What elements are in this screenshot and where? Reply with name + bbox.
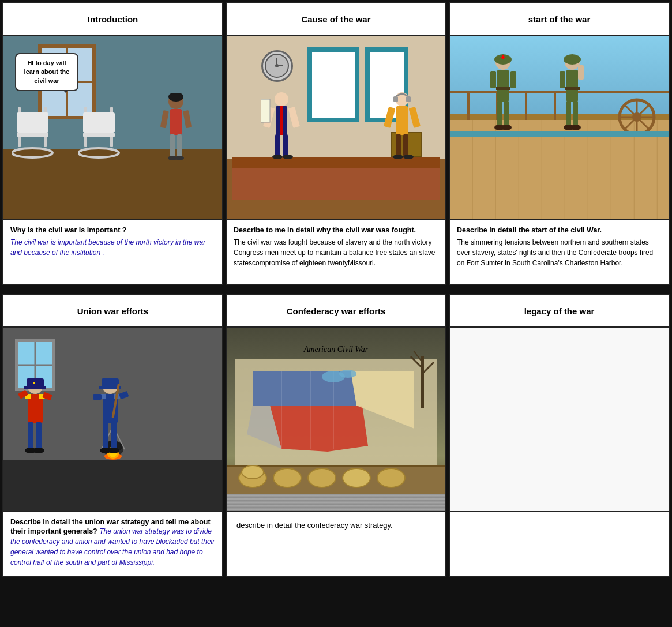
cell-start: start of the war xyxy=(449,2,670,285)
scene-confederacy: American Civil War xyxy=(227,328,445,512)
header-start: start of the war xyxy=(450,3,669,36)
svg-point-100 xyxy=(108,448,119,453)
svg-rect-25 xyxy=(280,106,283,135)
svg-rect-8 xyxy=(83,112,115,133)
svg-rect-36 xyxy=(403,134,408,156)
svg-rect-27 xyxy=(283,134,288,156)
svg-rect-54 xyxy=(496,87,510,90)
cell-cause: Cause of the war xyxy=(226,2,446,285)
svg-rect-90 xyxy=(42,392,52,400)
text-cause: Describe to me in detail why the civil w… xyxy=(227,220,445,284)
svg-point-17 xyxy=(175,156,184,160)
person-suit xyxy=(261,91,302,171)
frame-left xyxy=(307,47,359,122)
svg-point-40 xyxy=(403,155,414,159)
clock-icon xyxy=(261,50,293,82)
svg-rect-60 xyxy=(510,71,516,88)
svg-rect-86 xyxy=(36,422,42,450)
scene-legacy xyxy=(450,328,669,512)
union-soldier-2 xyxy=(90,378,130,467)
svg-rect-26 xyxy=(275,134,280,156)
svg-rect-81 xyxy=(33,382,35,384)
scene-introduction: HI to day will learn about the civil war xyxy=(3,36,222,220)
svg-rect-55 xyxy=(497,101,502,127)
svg-point-4 xyxy=(12,148,52,157)
us-map xyxy=(235,359,437,475)
svg-rect-97 xyxy=(103,422,108,450)
rocking-chair-right xyxy=(78,101,130,164)
svg-rect-63 xyxy=(566,70,578,102)
svg-rect-85 xyxy=(28,422,33,450)
scene-union xyxy=(3,328,222,512)
header-cause: Cause of the war xyxy=(227,3,445,36)
cell-introduction: Introduction HI to day will learn about … xyxy=(2,2,223,285)
union-soldier-1 xyxy=(15,378,55,467)
svg-rect-41 xyxy=(393,96,398,102)
speech-bubble: HI to day will learn about the civil war xyxy=(15,53,78,91)
main-grid: Introduction HI to day will learn about … xyxy=(0,0,672,580)
header-union: Union war efforts xyxy=(3,295,222,328)
svg-point-9 xyxy=(78,148,119,157)
svg-rect-98 xyxy=(111,422,117,450)
desk-front xyxy=(232,168,440,200)
svg-point-112 xyxy=(339,370,356,378)
cell-legacy: legacy of the war xyxy=(449,294,670,577)
svg-point-88 xyxy=(33,448,44,453)
svg-rect-2 xyxy=(17,133,48,137)
svg-rect-56 xyxy=(504,101,509,127)
cell-union: Union war efforts xyxy=(2,294,223,577)
text-start: Describe in detail the start of the civi… xyxy=(450,220,669,284)
svg-rect-12 xyxy=(170,134,175,157)
svg-rect-113 xyxy=(421,356,424,408)
svg-rect-11 xyxy=(170,109,182,135)
cell-confederacy: Confederacy war efforts American Civil W… xyxy=(226,294,446,577)
text-legacy xyxy=(450,512,669,576)
svg-rect-15 xyxy=(183,110,192,128)
header-legacy: legacy of the war xyxy=(450,295,669,328)
person-intro xyxy=(159,93,193,168)
svg-rect-70 xyxy=(578,65,584,80)
svg-rect-103 xyxy=(119,391,129,400)
svg-rect-32 xyxy=(261,99,270,122)
svg-rect-53 xyxy=(497,70,509,102)
svg-point-68 xyxy=(570,125,581,130)
text-union: Describe in detail the union war strateg… xyxy=(3,512,222,576)
person-yellow xyxy=(382,91,422,171)
scene-cause xyxy=(227,36,445,220)
svg-point-62 xyxy=(564,54,581,65)
svg-rect-37 xyxy=(384,107,396,128)
svg-rect-52 xyxy=(502,55,504,59)
svg-rect-59 xyxy=(490,71,496,88)
header-confederacy: Confederacy war efforts xyxy=(227,295,445,328)
soldier-1 xyxy=(485,54,522,140)
dead-tree xyxy=(408,339,437,408)
svg-rect-80 xyxy=(24,386,46,389)
scene-start xyxy=(450,36,669,220)
row-divider xyxy=(2,287,670,292)
svg-point-23 xyxy=(275,92,288,106)
svg-rect-14 xyxy=(160,110,169,128)
rocking-chair-left xyxy=(12,101,64,164)
svg-rect-66 xyxy=(573,101,578,127)
svg-rect-34 xyxy=(396,106,408,135)
svg-rect-64 xyxy=(565,87,580,90)
svg-rect-29 xyxy=(288,107,300,128)
text-introduction: Why is the civil war is important ? The … xyxy=(3,220,222,284)
svg-point-39 xyxy=(393,155,403,159)
svg-rect-65 xyxy=(566,101,571,127)
soldier-2 xyxy=(554,54,591,140)
text-confederacy: describe in detail the confederacy war s… xyxy=(227,512,445,576)
svg-point-31 xyxy=(283,155,293,159)
svg-rect-42 xyxy=(406,96,411,102)
svg-rect-38 xyxy=(408,107,421,128)
svg-rect-35 xyxy=(396,134,401,156)
map-title-text: American Civil War xyxy=(304,345,368,354)
header-introduction: Introduction xyxy=(3,3,222,36)
svg-point-58 xyxy=(501,125,512,130)
svg-rect-69 xyxy=(560,71,565,88)
svg-rect-3 xyxy=(17,112,48,133)
svg-rect-7 xyxy=(83,133,115,137)
svg-point-30 xyxy=(272,155,283,159)
svg-rect-13 xyxy=(177,134,182,157)
svg-rect-102 xyxy=(93,394,102,400)
